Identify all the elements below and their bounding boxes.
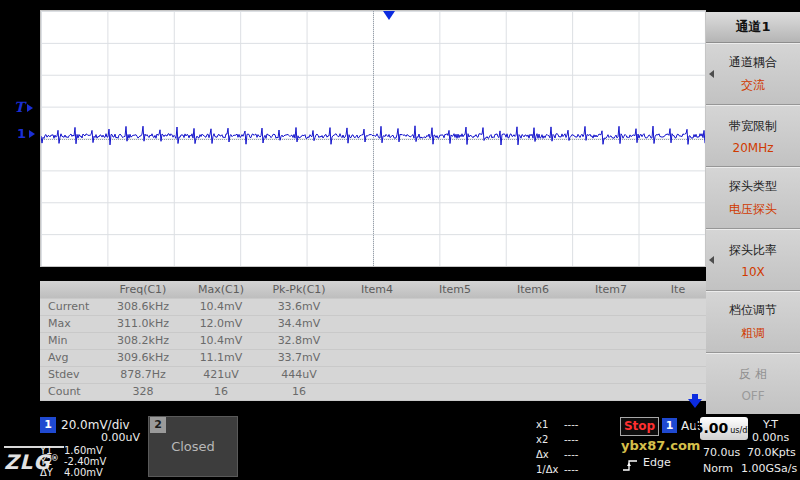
waveform-trace	[41, 11, 705, 266]
cursor-x2-row: x2----	[536, 432, 578, 447]
table-cell	[572, 367, 650, 383]
table-cell	[494, 333, 572, 349]
side-menu-top-strip	[706, 0, 800, 12]
table-cell	[572, 350, 650, 366]
column-header: Item6	[494, 281, 572, 298]
channel1-level-marker[interactable]: 1	[17, 126, 35, 141]
table-cell: 328	[104, 384, 182, 400]
table-cell	[650, 333, 706, 349]
table-cell: 32.8mV	[260, 333, 338, 349]
menu-item-value: 10X	[741, 265, 765, 279]
column-header: Pk-Pk(C1)	[260, 281, 338, 298]
table-cell	[416, 299, 494, 315]
measurement-header-row: Freq(C1)Max(C1)Pk-Pk(C1)Item4Item5Item6I…	[40, 281, 706, 299]
table-cell	[416, 384, 494, 400]
table-cell	[494, 350, 572, 366]
edge-trigger-icon	[622, 457, 639, 476]
table-cell	[650, 367, 706, 383]
menu-item-3[interactable]: 探头比率10X	[706, 229, 800, 291]
cursor-y1-row: Y11.60mV	[40, 445, 106, 456]
table-cell: 12.0mV	[182, 316, 260, 332]
table-cell: 878.7Hz	[104, 367, 182, 383]
table-cell: 311.0kHz	[104, 316, 182, 332]
menu-item-value: 粗调	[741, 325, 765, 342]
trigger-level-label: T	[14, 99, 24, 115]
column-header: Freq(C1)	[104, 281, 182, 298]
table-cell	[650, 316, 706, 332]
right-arrow-icon	[27, 104, 33, 112]
menu-item-4[interactable]: 档位调节粗调	[706, 291, 800, 353]
table-cell: 308.2kHz	[104, 333, 182, 349]
sample-rate: 1.00GSa/s	[741, 462, 797, 475]
menu-item-label: 通道耦合	[729, 54, 777, 71]
trigger-source-badge: 1	[662, 418, 677, 433]
column-header: Max(C1)	[182, 281, 260, 298]
row-label: Min	[40, 333, 104, 349]
row-label: Stdev	[40, 367, 104, 383]
table-cell	[494, 367, 572, 383]
trigger-delay: 0.00ns	[752, 431, 789, 444]
channel1-offset: 0.00uV	[60, 431, 140, 444]
menu-item-label: 探头类型	[729, 178, 777, 195]
watermark: ybx87.com	[621, 438, 700, 453]
table-row: Stdev878.7Hz421uV444uV	[40, 367, 706, 384]
table-cell	[338, 333, 416, 349]
cursor-x1-row: x1----	[536, 417, 578, 432]
timebase-unit: us/div	[730, 426, 754, 435]
table-row: Max311.0kHz12.0mV34.4mV	[40, 316, 706, 333]
side-menu-title: 通道1	[706, 12, 800, 43]
table-cell	[338, 384, 416, 400]
submenu-arrow-icon	[709, 70, 714, 78]
menu-item-5[interactable]: 反 相OFF	[706, 353, 800, 415]
memory-depth: 70.0Kpts	[747, 446, 796, 459]
table-cell	[494, 316, 572, 332]
menu-item-1[interactable]: 带宽限制20MHz	[706, 105, 800, 167]
channel1-badge[interactable]: 1	[40, 417, 56, 433]
table-cell	[338, 316, 416, 332]
menu-item-2[interactable]: 探头类型电压探头	[706, 167, 800, 229]
table-cell	[572, 384, 650, 400]
menu-item-value: 电压探头	[729, 201, 777, 218]
table-cell	[338, 299, 416, 315]
trigger-level-marker[interactable]: T	[14, 99, 33, 115]
run-state-indicator[interactable]: Stop	[620, 417, 659, 436]
channel2-badge[interactable]: 2	[150, 417, 166, 433]
acquisition-mode: Norm	[703, 462, 733, 475]
trigger-position-marker[interactable]	[383, 11, 395, 20]
table-row: Current308.6kHz10.4mV33.6mV	[40, 299, 706, 316]
row-label: Avg	[40, 350, 104, 366]
waveform-display	[40, 10, 706, 267]
oscilloscope-screen: T 1 Freq(C1)Max(C1)Pk-Pk(C1)Item4Item5It…	[0, 0, 800, 480]
row-label: Max	[40, 316, 104, 332]
corner-cell	[40, 281, 104, 298]
table-cell	[650, 299, 706, 315]
menu-item-0[interactable]: 通道耦合交流	[706, 43, 800, 105]
table-cell	[338, 367, 416, 383]
menu-item-label: 档位调节	[729, 302, 777, 319]
cursor-y2-row: Y2-2.40mV	[40, 456, 106, 467]
measurement-body: Current308.6kHz10.4mV33.6mVMax311.0kHz12…	[40, 299, 706, 401]
channel2-state: Closed	[171, 439, 215, 454]
timebase-scale: 5.00	[694, 420, 729, 436]
submenu-arrow-icon	[709, 256, 714, 264]
menu-item-value: OFF	[741, 389, 764, 403]
channel1-scale[interactable]: 20.0mV/div	[61, 418, 130, 432]
cursor-y-readout: Y11.60mV Y2-2.40mV ΔY4.00mV	[40, 445, 106, 478]
table-cell: 34.4mV	[260, 316, 338, 332]
timebase-scale-box[interactable]: 5.00 us/div	[700, 417, 748, 440]
table-cell: 10.4mV	[182, 299, 260, 315]
row-label: Count	[40, 384, 104, 400]
side-menu: 通道1 通道耦合交流带宽限制20MHz探头类型电压探头探头比率10X档位调节粗调…	[706, 0, 800, 414]
menu-item-label: 反 相	[739, 366, 767, 383]
column-header: Item5	[416, 281, 494, 298]
offscreen-trigger-arrow-icon	[687, 394, 703, 413]
table-cell: 16	[260, 384, 338, 400]
table-cell	[494, 384, 572, 400]
menu-item-value: 交流	[741, 77, 765, 94]
table-row: Min308.2kHz10.4mV32.8mV	[40, 333, 706, 350]
channel1-marker-label: 1	[17, 126, 26, 141]
table-cell: 10.4mV	[182, 333, 260, 349]
table-cell: 421uV	[182, 367, 260, 383]
cursor-dx-row: Δx----	[536, 447, 578, 462]
table-cell: 11.1mV	[182, 350, 260, 366]
